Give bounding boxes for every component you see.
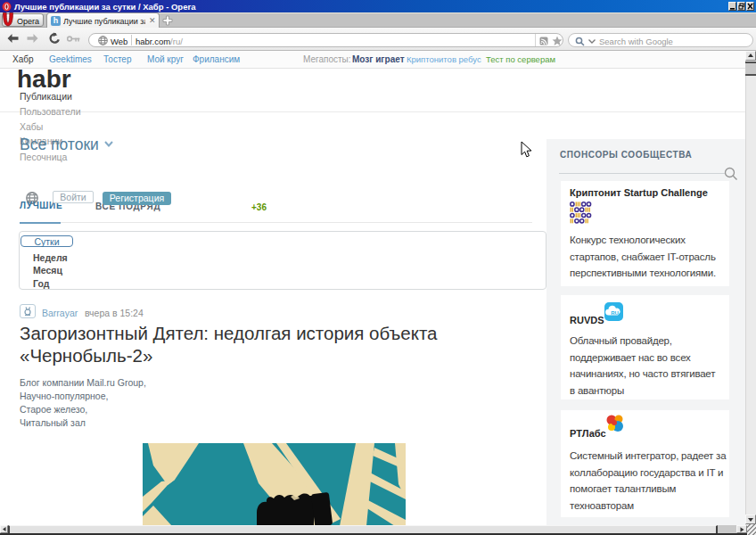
svg-text:RU: RU: [611, 310, 619, 316]
